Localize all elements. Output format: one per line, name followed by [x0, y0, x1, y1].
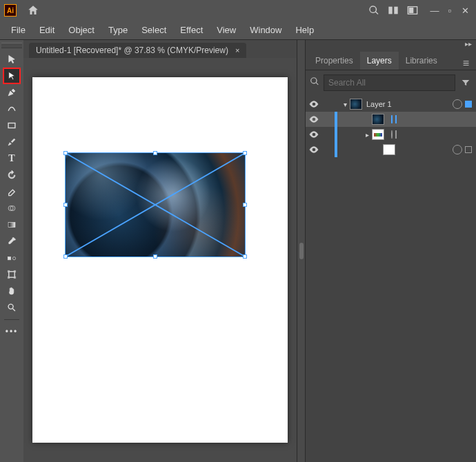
svg-rect-4	[8, 123, 15, 128]
panel-menu-icon[interactable]: ≡	[459, 57, 473, 70]
home-icon[interactable]	[23, 1, 43, 20]
handle-ml[interactable]	[63, 203, 68, 207]
toolbox-grip[interactable]	[1, 43, 22, 48]
blend-tool[interactable]	[3, 250, 21, 266]
filter-icon[interactable]	[459, 78, 472, 88]
svg-point-9	[12, 257, 15, 260]
panel-collapse-bar[interactable]	[297, 40, 305, 462]
maximize-button[interactable]: ▫	[443, 5, 457, 16]
document-tab-title: Untitled-1 [Recovered]* @ 37.83 % (CMYK/…	[36, 46, 228, 55]
visibility-toggle-icon[interactable]	[306, 131, 322, 138]
layer-list: ▾Layer 1▸	[306, 95, 476, 159]
menu-file[interactable]: File	[4, 22, 32, 38]
expand-toggle-icon[interactable]: ▾	[340, 101, 350, 108]
handle-mr[interactable]	[243, 203, 247, 207]
selection-square-icon[interactable]	[465, 101, 472, 108]
menu-bar: File Edit Object Type Select Effect View…	[0, 21, 476, 40]
document-tabs: Untitled-1 [Recovered]* @ 37.83 % (CMYK/…	[23, 40, 297, 58]
expand-toggle-icon[interactable]: ▸	[362, 131, 372, 139]
selection-indicator	[335, 127, 337, 142]
shape-builder-tool[interactable]	[3, 200, 21, 217]
selection-square-icon[interactable]	[395, 130, 397, 139]
target-icon[interactable]	[391, 130, 393, 139]
handle-tr[interactable]	[243, 151, 247, 155]
rotate-tool[interactable]	[3, 167, 21, 183]
hand-tool[interactable]	[3, 283, 21, 299]
minimize-button[interactable]: —	[428, 5, 442, 16]
selection-bounding-box	[65, 152, 246, 257]
visibility-toggle-icon[interactable]	[306, 146, 322, 153]
search-icon	[310, 77, 319, 89]
document-area: Untitled-1 [Recovered]* @ 37.83 % (CMYK/…	[23, 40, 297, 462]
selection-tool[interactable]	[3, 51, 21, 68]
svg-rect-7	[8, 223, 15, 228]
artboard-tool[interactable]	[3, 266, 21, 283]
svg-rect-0	[388, 7, 392, 14]
selection-indicator	[335, 112, 337, 127]
menu-object[interactable]: Object	[61, 22, 101, 38]
tab-properties[interactable]: Properties	[308, 52, 360, 70]
handle-tm[interactable]	[153, 151, 157, 155]
layer-thumbnail[interactable]	[372, 114, 384, 125]
rectangle-tool[interactable]	[3, 117, 21, 134]
menu-type[interactable]: Type	[101, 22, 135, 38]
target-icon[interactable]	[453, 145, 462, 154]
arrange-panels-icon[interactable]	[384, 1, 403, 20]
svg-rect-3	[409, 8, 414, 13]
selection-square-icon[interactable]	[395, 115, 397, 123]
layers-search-input[interactable]	[324, 74, 455, 91]
menu-edit[interactable]: Edit	[32, 22, 61, 38]
layer-name[interactable]	[388, 130, 472, 139]
menu-view[interactable]: View	[210, 22, 243, 38]
curvature-tool[interactable]	[3, 101, 21, 117]
target-icon[interactable]	[453, 99, 462, 109]
handle-bl[interactable]	[63, 254, 68, 259]
layer-row[interactable]: ▾Layer 1	[306, 97, 476, 112]
direct-selection-tool[interactable]	[3, 68, 21, 84]
handle-tl[interactable]	[63, 151, 68, 155]
visibility-toggle-icon[interactable]	[306, 116, 322, 123]
layer-row[interactable]: ▸	[306, 127, 476, 142]
close-tab-icon[interactable]: ×	[235, 46, 239, 54]
paintbrush-tool[interactable]	[3, 134, 21, 150]
svg-line-12	[66, 153, 245, 257]
selection-square-icon[interactable]	[465, 146, 472, 153]
menu-help[interactable]: Help	[288, 22, 321, 38]
edit-toolbar-button[interactable]: •••	[3, 323, 21, 340]
layer-row[interactable]	[306, 112, 476, 127]
handle-br[interactable]	[243, 254, 247, 259]
panel-collapse-icon[interactable]: ▸▸	[306, 40, 476, 50]
zoom-tool[interactable]	[3, 299, 21, 316]
tab-layers[interactable]: Layers	[360, 52, 399, 70]
workspace-icon[interactable]	[403, 1, 422, 20]
document-tab[interactable]: Untitled-1 [Recovered]* @ 37.83 % (CMYK/…	[29, 43, 246, 58]
layer-thumbnail[interactable]	[383, 144, 395, 155]
visibility-toggle-icon[interactable]	[306, 101, 322, 108]
layer-thumbnail[interactable]	[372, 129, 384, 140]
right-panel: ▸▸ Properties Layers Libraries ≡ ▾Layer …	[305, 40, 476, 462]
svg-rect-1	[394, 7, 397, 14]
pen-tool[interactable]	[3, 84, 21, 101]
handle-bm[interactable]	[153, 254, 157, 259]
artboard[interactable]	[32, 77, 288, 443]
eraser-tool[interactable]	[3, 183, 21, 200]
layer-thumbnail[interactable]	[350, 99, 362, 110]
placed-image[interactable]	[66, 153, 245, 257]
layer-name[interactable]	[388, 115, 472, 123]
canvas[interactable]	[23, 58, 297, 462]
menu-window[interactable]: Window	[243, 22, 288, 38]
menu-select[interactable]: Select	[135, 22, 173, 38]
search-icon[interactable]	[364, 1, 384, 20]
window-controls: — ▫ ✕	[428, 5, 472, 16]
layer-name[interactable]: Layer 1	[366, 100, 450, 108]
close-button[interactable]: ✕	[458, 5, 472, 16]
eyedropper-tool[interactable]	[3, 233, 21, 250]
target-icon[interactable]	[391, 115, 393, 123]
type-tool[interactable]: T	[3, 150, 21, 167]
svg-rect-8	[8, 257, 10, 260]
tab-libraries[interactable]: Libraries	[399, 52, 444, 70]
layer-row[interactable]	[306, 142, 476, 157]
gradient-tool[interactable]	[3, 217, 21, 233]
menu-effect[interactable]: Effect	[173, 22, 210, 38]
selection-indicator	[335, 97, 337, 112]
